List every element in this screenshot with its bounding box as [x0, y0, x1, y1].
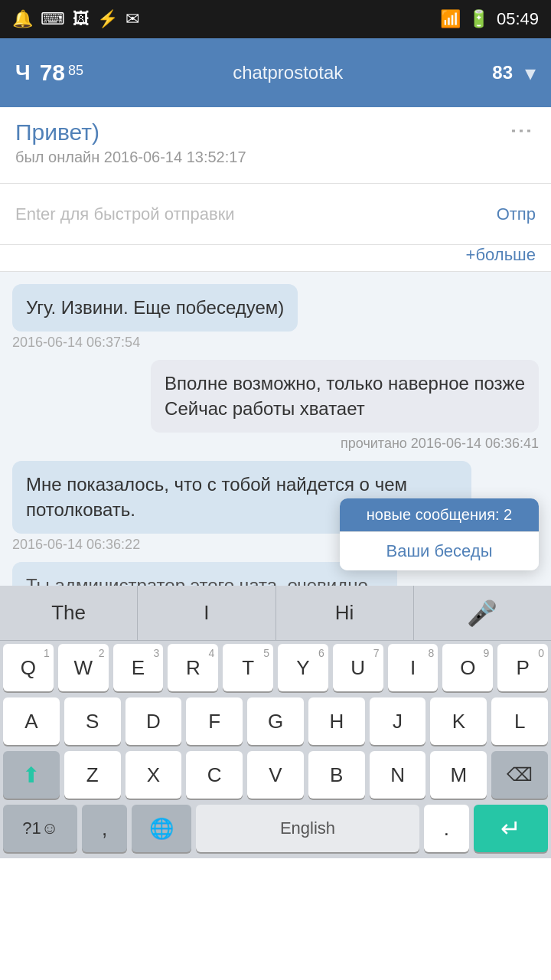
key-f[interactable]: F — [186, 697, 243, 745]
app-bar-right: 83 ▾ — [492, 60, 536, 86]
key-t[interactable]: 5T — [223, 644, 273, 691]
chat-header: Привет) был онлайн 2016-06-14 13:52:17 ⋮ — [0, 107, 551, 184]
notification-icon: 🔔 — [12, 9, 33, 29]
keyboard-bottom-row: ?1☺ , 🌐 English . ↵ — [0, 802, 551, 858]
app-bar: Ч 78 85 chatprostotak 83 ▾ — [0, 38, 551, 107]
message-text: Ты администратор этого чата, очевидно... — [26, 575, 383, 586]
count-sup: 85 — [68, 63, 83, 79]
enter-key[interactable]: ↵ — [474, 805, 548, 852]
key-w[interactable]: 2W — [58, 644, 109, 691]
dropdown-icon[interactable]: ▾ — [525, 60, 536, 86]
key-k[interactable]: K — [430, 697, 487, 745]
chat-menu-button[interactable]: ⋮ — [509, 119, 536, 144]
key-u[interactable]: 7U — [333, 644, 383, 691]
key-g[interactable]: G — [247, 697, 304, 745]
key-m[interactable]: M — [430, 751, 487, 799]
message-bubble: Ты администратор этого чата, очевидно... — [12, 562, 397, 586]
key-j[interactable]: J — [370, 697, 426, 745]
key-y[interactable]: 6Y — [278, 644, 328, 691]
notification-header: новые сообщения: 2 — [340, 498, 539, 531]
app-bar-center: chatprostotak — [83, 62, 492, 83]
comma-key[interactable]: , — [82, 805, 126, 852]
mic-button[interactable]: 🎤 — [414, 586, 551, 640]
image-icon: 🖼 — [73, 9, 90, 29]
key-d[interactable]: D — [126, 697, 182, 745]
suggest-the[interactable]: The — [0, 586, 138, 640]
status-bar-right: 📶 🔋 05:49 — [440, 9, 539, 29]
space-key[interactable]: English — [196, 805, 419, 852]
key-s[interactable]: S — [64, 697, 121, 745]
quick-send-placeholder: Enter для быстрой отправки — [15, 204, 235, 224]
nav-icon: Ч — [15, 60, 31, 85]
message-counts: 78 85 — [40, 60, 83, 86]
username-label: chatprostotak — [233, 62, 343, 83]
key-r[interactable]: 4R — [168, 644, 218, 691]
messages-area: Угу. Извини. Еще побеседуем) 2016-06-14 … — [0, 272, 551, 586]
symbols-key[interactable]: ?1☺ — [3, 805, 77, 852]
keyboard-row-3: ⬆ Z X C V B N M ⌫ — [0, 748, 551, 802]
keyboard-row-1: 1Q 2W 3E 4R 5T 6Y 7U 8I 9O 0P — [0, 641, 551, 694]
key-a[interactable]: A — [3, 697, 60, 745]
key-p[interactable]: 0P — [497, 644, 548, 691]
suggest-hi[interactable]: Hi — [276, 586, 414, 640]
shift-key[interactable]: ⬆ — [3, 751, 60, 799]
wifi-icon: 📶 — [440, 9, 461, 29]
notification-badge: 83 — [492, 62, 513, 83]
keyboard-suggestion-bar: The I Hi 🎤 — [0, 586, 551, 641]
key-l[interactable]: L — [491, 697, 548, 745]
key-h[interactable]: H — [308, 697, 365, 745]
message-text: Угу. Извини. Еще побеседуем) — [26, 297, 284, 318]
quick-send-action[interactable]: Отпр — [497, 204, 536, 224]
count-main: 78 — [40, 60, 65, 86]
keyboard[interactable]: 1Q 2W 3E 4R 5T 6Y 7U 8I 9O 0P A S D F G … — [0, 641, 551, 858]
key-c[interactable]: C — [186, 751, 243, 799]
key-i[interactable]: 8I — [388, 644, 439, 691]
notification-popup[interactable]: новые сообщения: 2 Ваши беседы — [340, 498, 539, 570]
usb-icon: ⚡ — [97, 9, 118, 29]
notification-body[interactable]: Ваши беседы — [340, 531, 539, 570]
app-bar-nav[interactable]: Ч 78 85 — [15, 60, 83, 86]
key-b[interactable]: B — [308, 751, 365, 799]
time-display: 05:49 — [497, 9, 539, 29]
key-o[interactable]: 9O — [442, 644, 493, 691]
globe-key[interactable]: 🌐 — [132, 805, 191, 852]
mic-icon: 🎤 — [467, 599, 497, 628]
quick-send-section: Enter для быстрой отправки Отпр +больше — [0, 184, 551, 272]
message-row: Угу. Извини. Еще побеседуем) 2016-06-14 … — [12, 284, 539, 351]
chat-name[interactable]: Привет) — [15, 119, 246, 145]
dot-key[interactable]: . — [424, 805, 468, 852]
more-link[interactable]: +больше — [0, 245, 551, 271]
key-e[interactable]: 3E — [113, 644, 164, 691]
message-text: Вполне возможно, только наверное позжеСе… — [165, 373, 525, 420]
key-v[interactable]: V — [247, 751, 304, 799]
key-q[interactable]: 1Q — [3, 644, 54, 691]
message-row: Вполне возможно, только наверное позжеСе… — [12, 360, 539, 452]
keyboard-icon: ⌨ — [41, 9, 65, 29]
key-z[interactable]: Z — [64, 751, 121, 799]
message-read-status: прочитано 2016-06-14 06:36:41 — [341, 436, 539, 452]
message-time: 2016-06-14 06:37:54 — [12, 335, 140, 351]
key-n[interactable]: N — [370, 751, 426, 799]
chat-status: был онлайн 2016-06-14 13:52:17 — [15, 149, 246, 166]
chat-info: Привет) был онлайн 2016-06-14 13:52:17 — [15, 119, 246, 166]
gmail-icon: ✉ — [126, 9, 139, 29]
backspace-key[interactable]: ⌫ — [491, 751, 548, 799]
quick-send-bar: Enter для быстрой отправки Отпр — [0, 184, 551, 245]
message-bubble: Вполне возможно, только наверное позжеСе… — [151, 360, 539, 433]
message-bubble: Угу. Извини. Еще побеседуем) — [12, 284, 298, 332]
status-bar-left: 🔔 ⌨ 🖼 ⚡ ✉ — [12, 9, 139, 29]
key-x[interactable]: X — [126, 751, 182, 799]
message-time: 2016-06-14 06:36:22 — [12, 537, 140, 553]
battery-icon: 🔋 — [468, 9, 489, 29]
status-bar: 🔔 ⌨ 🖼 ⚡ ✉ 📶 🔋 05:49 — [0, 0, 551, 38]
keyboard-row-2: A S D F G H J K L — [0, 694, 551, 748]
suggest-i[interactable]: I — [138, 586, 276, 640]
